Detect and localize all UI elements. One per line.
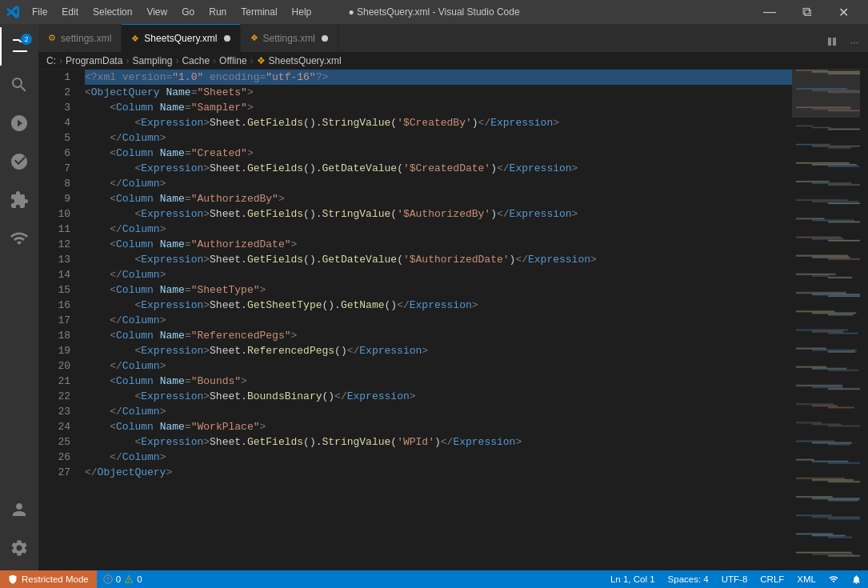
code-line-22: <Expression>Sheet.BoundsBinary()</Expres… (85, 389, 792, 404)
line-number-14: 14 (38, 267, 70, 282)
line-ending[interactable]: CRLF (754, 570, 790, 588)
cursor-position[interactable]: Ln 1, Col 1 (604, 570, 662, 588)
activity-source-control[interactable] (0, 104, 38, 142)
breadcrumb-file-icon: ❖ (257, 55, 266, 66)
breadcrumb-programdata[interactable]: ProgramData (66, 55, 122, 66)
menu-selection[interactable]: Selection (86, 5, 138, 19)
notification-button[interactable] (845, 570, 868, 588)
menu-edit[interactable]: Edit (55, 5, 85, 19)
minimap-slider[interactable] (792, 70, 860, 118)
error-count: 0 (116, 574, 121, 584)
search-icon (10, 75, 29, 94)
menu-run[interactable]: Run (202, 5, 233, 19)
menu-help[interactable]: Help (286, 5, 318, 19)
tab-settings-xml2[interactable]: ❖ Settings.xml (241, 24, 338, 52)
line-number-21: 21 (38, 374, 70, 389)
line-number-2: 2 (38, 85, 70, 100)
activity-remote[interactable] (0, 219, 38, 258)
code-line-2: <ObjectQuery Name="Sheets"> (85, 85, 792, 100)
code-line-18: <Column Name="ReferencedPegs"> (85, 328, 792, 343)
code-line-5: </Column> (85, 130, 792, 146)
code-line-26: </Column> (85, 450, 792, 465)
line-number-15: 15 (38, 282, 70, 298)
line-numbers: 1234567891011121314151617181920212223242… (38, 70, 78, 570)
code-line-8: </Column> (85, 176, 792, 191)
code-line-6: <Column Name="Created"> (85, 146, 792, 161)
editor-area: ⚙ settings.xml ❖ SheetsQuery.xml ❖ Setti… (38, 24, 868, 570)
activity-settings[interactable] (0, 529, 38, 567)
activity-extensions[interactable] (0, 181, 38, 219)
warning-count: 0 (137, 574, 142, 584)
split-editor-button[interactable] (822, 31, 842, 52)
code-line-10: <Expression>Sheet.GetFields().StringValu… (85, 206, 792, 222)
activity-run[interactable] (0, 142, 38, 181)
menu-view[interactable]: View (140, 5, 174, 19)
breadcrumb-filename[interactable]: SheetsQuery.xml (269, 55, 342, 66)
tab-settings-xml[interactable]: ⚙ settings.xml (38, 24, 122, 52)
breadcrumb-sep5: › (250, 55, 254, 66)
breadcrumb: C: › ProgramData › Sampling › Cache › Of… (38, 52, 868, 70)
line-number-23: 23 (38, 404, 70, 419)
breadcrumb-sampling[interactable]: Sampling (132, 55, 172, 66)
errors-warnings[interactable]: 0 0 (97, 570, 149, 588)
line-number-24: 24 (38, 419, 70, 434)
code-line-11: </Column> (85, 222, 792, 237)
code-line-15: <Column Name="SheetType"> (85, 282, 792, 298)
encoding[interactable]: UTF-8 (715, 570, 754, 588)
line-ending-text: CRLF (760, 574, 784, 584)
more-actions-button[interactable]: ··· (844, 31, 865, 52)
code-line-12: <Column Name="AuthorizedDate"> (85, 237, 792, 252)
status-bar-left: Restricted Mode 0 0 (0, 570, 149, 588)
run-icon (10, 152, 29, 171)
settings-icon (10, 538, 29, 558)
window-title: ● SheetsQuery.xml - Visual Studio Code (348, 6, 519, 18)
title-bar-left: File Edit Selection View Go Run Terminal… (6, 5, 318, 19)
code-line-9: <Column Name="AuthorizedBy"> (85, 191, 792, 206)
code-line-16: <Expression>Sheet.GetSheetType().GetName… (85, 298, 792, 313)
split-editor-icon (826, 35, 838, 48)
activity-search[interactable] (0, 66, 38, 104)
indentation[interactable]: Spaces: 4 (662, 570, 715, 588)
extensions-icon (10, 190, 29, 210)
breadcrumb-cache[interactable]: Cache (182, 55, 210, 66)
language-mode[interactable]: XML (790, 570, 822, 588)
breadcrumb-sep2: › (126, 55, 129, 66)
code-editor[interactable]: <?xml version="1.0" encoding="utf-16"?><… (78, 70, 792, 570)
line-number-16: 16 (38, 298, 70, 313)
line-number-17: 17 (38, 313, 70, 328)
breadcrumb-offline[interactable]: Offline (219, 55, 246, 66)
maximize-button[interactable]: ⧉ (788, 0, 825, 24)
activity-explorer[interactable]: 2 (0, 27, 38, 66)
minimize-button[interactable]: — (751, 0, 788, 24)
tab-sheetsquery-xml[interactable]: ❖ SheetsQuery.xml (122, 24, 240, 52)
explorer-badge: 2 (21, 34, 32, 45)
line-number-3: 3 (38, 100, 70, 115)
breadcrumb-sep3: › (175, 55, 178, 66)
activity-accounts[interactable] (0, 490, 38, 529)
line-number-13: 13 (38, 252, 70, 267)
code-line-4: <Expression>Sheet.GetFields().StringValu… (85, 115, 792, 130)
remote-status-icon (829, 574, 838, 584)
vertical-scrollbar[interactable] (860, 70, 868, 570)
tab-icon-settings2: ❖ (250, 33, 258, 43)
close-button[interactable]: ✕ (825, 0, 862, 24)
breadcrumb-c[interactable]: C: (46, 55, 56, 66)
line-number-4: 4 (38, 115, 70, 130)
menu-go[interactable]: Go (175, 5, 201, 19)
tab-label-settings2: Settings.xml (263, 33, 315, 44)
language-text: XML (797, 574, 816, 584)
code-line-3: <Column Name="Sampler"> (85, 100, 792, 115)
activity-bar-bottom (0, 490, 38, 570)
title-bar: File Edit Selection View Go Run Terminal… (0, 0, 868, 24)
vscode-logo-icon (6, 6, 19, 18)
tab-modified-dot (224, 35, 230, 42)
code-line-25: <Expression>Sheet.GetFields().StringValu… (85, 434, 792, 450)
restricted-mode-button[interactable]: Restricted Mode (0, 570, 97, 588)
remote-button[interactable] (822, 570, 845, 588)
line-number-12: 12 (38, 237, 70, 252)
line-number-19: 19 (38, 343, 70, 358)
breadcrumb-sep1: › (59, 55, 62, 66)
menu-terminal[interactable]: Terminal (234, 5, 283, 19)
menu-file[interactable]: File (26, 5, 54, 19)
line-number-27: 27 (38, 465, 70, 480)
